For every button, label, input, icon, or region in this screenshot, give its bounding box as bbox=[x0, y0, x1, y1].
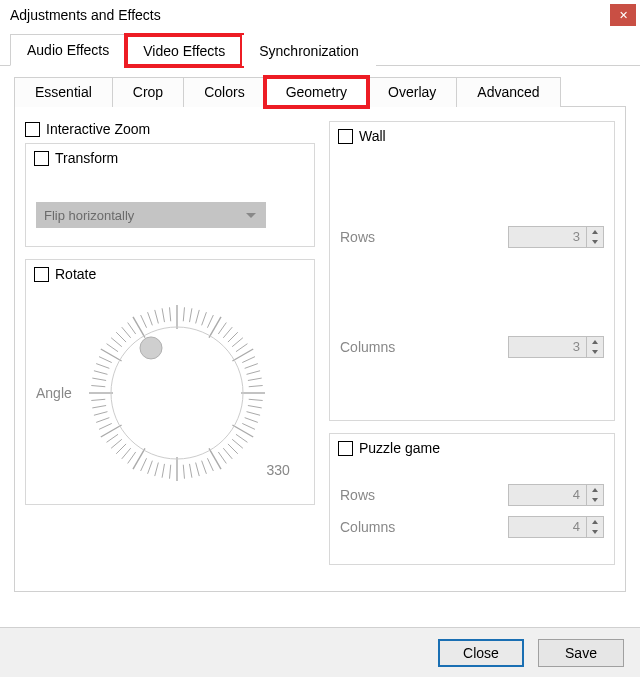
geometry-panel: Interactive Zoom Transform Flip horizont… bbox=[14, 107, 626, 592]
puzzle-rows-spinner[interactable]: 4 bbox=[508, 484, 604, 506]
svg-line-39 bbox=[155, 463, 159, 477]
svg-line-25 bbox=[236, 434, 247, 442]
svg-line-27 bbox=[228, 444, 238, 454]
chevron-up-icon[interactable] bbox=[587, 227, 603, 237]
svg-line-64 bbox=[122, 327, 131, 338]
wall-cols-value: 3 bbox=[509, 337, 586, 357]
subtab-essential[interactable]: Essential bbox=[14, 77, 113, 107]
main-tabstrip: Audio Effects Video Effects Synchronizat… bbox=[0, 30, 640, 66]
chevron-up-icon[interactable] bbox=[587, 517, 603, 527]
svg-line-71 bbox=[169, 307, 170, 321]
svg-line-52 bbox=[92, 406, 106, 408]
footer: Close Save bbox=[0, 627, 640, 677]
svg-line-20 bbox=[248, 406, 262, 408]
svg-line-10 bbox=[232, 338, 243, 347]
right-column: Wall Rows 3 bbox=[329, 121, 615, 577]
svg-line-26 bbox=[232, 439, 243, 448]
svg-line-14 bbox=[244, 364, 257, 369]
save-button[interactable]: Save bbox=[538, 639, 624, 667]
wall-label: Wall bbox=[359, 128, 386, 144]
svg-line-5 bbox=[207, 315, 213, 328]
wall-rows-spinner[interactable]: 3 bbox=[508, 226, 604, 248]
puzzle-cols-spinner[interactable]: 4 bbox=[508, 516, 604, 538]
subtab-geometry[interactable]: Geometry bbox=[265, 77, 368, 107]
rotate-checkbox[interactable] bbox=[34, 267, 49, 282]
svg-line-61 bbox=[106, 344, 117, 352]
spinner-arrows bbox=[586, 517, 603, 537]
svg-line-37 bbox=[169, 465, 170, 479]
svg-line-65 bbox=[127, 323, 135, 334]
svg-line-51 bbox=[94, 412, 108, 416]
rotate-group: Rotate Angle 330 bbox=[25, 259, 315, 505]
svg-line-62 bbox=[111, 338, 122, 347]
svg-line-68 bbox=[147, 312, 152, 325]
svg-line-22 bbox=[244, 418, 257, 423]
subtab-overlay[interactable]: Overlay bbox=[367, 77, 457, 107]
svg-line-45 bbox=[116, 444, 126, 454]
subtab-advanced[interactable]: Advanced bbox=[456, 77, 560, 107]
wall-checkbox[interactable] bbox=[338, 129, 353, 144]
close-button[interactable]: Close bbox=[438, 639, 524, 667]
svg-line-34 bbox=[189, 464, 191, 478]
chevron-down-icon[interactable] bbox=[587, 237, 603, 247]
spinner-arrows bbox=[586, 485, 603, 505]
wall-cols-spinner[interactable]: 3 bbox=[508, 336, 604, 358]
svg-line-7 bbox=[218, 323, 226, 334]
svg-line-41 bbox=[140, 458, 146, 471]
svg-line-47 bbox=[106, 434, 117, 442]
svg-point-72 bbox=[111, 327, 243, 459]
rotate-label: Rotate bbox=[55, 266, 96, 282]
wall-rows-label: Rows bbox=[340, 229, 508, 245]
transform-mode-value: Flip horizontally bbox=[44, 208, 134, 223]
sub-tabstrip: Essential Crop Colors Geometry Overlay A… bbox=[14, 76, 626, 107]
subtab-crop[interactable]: Crop bbox=[112, 77, 184, 107]
transform-mode-dropdown[interactable]: Flip horizontally bbox=[36, 202, 266, 228]
svg-line-50 bbox=[96, 418, 109, 423]
svg-line-9 bbox=[228, 332, 238, 342]
svg-line-4 bbox=[201, 312, 206, 325]
svg-line-57 bbox=[94, 371, 108, 375]
svg-line-58 bbox=[96, 364, 109, 369]
svg-line-17 bbox=[249, 386, 263, 387]
svg-line-69 bbox=[155, 310, 159, 324]
angle-dial[interactable]: 330 bbox=[82, 298, 272, 488]
chevron-up-icon[interactable] bbox=[587, 485, 603, 495]
svg-line-15 bbox=[246, 371, 260, 375]
svg-line-63 bbox=[116, 332, 126, 342]
titlebar: Adjustments and Effects ✕ bbox=[0, 0, 640, 30]
svg-line-40 bbox=[147, 461, 152, 474]
chevron-up-icon[interactable] bbox=[587, 337, 603, 347]
svg-line-2 bbox=[189, 308, 191, 322]
svg-line-70 bbox=[162, 308, 164, 322]
puzzle-label: Puzzle game bbox=[359, 440, 440, 456]
svg-line-38 bbox=[162, 464, 164, 478]
svg-line-56 bbox=[92, 378, 106, 380]
svg-line-67 bbox=[140, 315, 146, 328]
puzzle-checkbox[interactable] bbox=[338, 441, 353, 456]
chevron-down-icon[interactable] bbox=[587, 527, 603, 537]
close-icon: ✕ bbox=[619, 9, 628, 22]
window-close-button[interactable]: ✕ bbox=[610, 4, 636, 26]
transform-checkbox[interactable] bbox=[34, 151, 49, 166]
puzzle-cols-value: 4 bbox=[509, 517, 586, 537]
puzzle-group: Puzzle game Rows 4 Co bbox=[329, 433, 615, 565]
tab-synchronization[interactable]: Synchronization bbox=[242, 35, 376, 66]
interactive-zoom-checkbox[interactable] bbox=[25, 122, 40, 137]
subtab-colors[interactable]: Colors bbox=[183, 77, 265, 107]
tab-audio-effects[interactable]: Audio Effects bbox=[10, 34, 126, 66]
tab-video-effects[interactable]: Video Effects bbox=[126, 35, 242, 66]
svg-line-59 bbox=[99, 357, 112, 363]
window-title: Adjustments and Effects bbox=[10, 7, 161, 23]
svg-line-35 bbox=[183, 465, 184, 479]
puzzle-rows-label: Rows bbox=[340, 487, 508, 503]
chevron-down-icon[interactable] bbox=[587, 347, 603, 357]
chevron-down-icon[interactable] bbox=[587, 495, 603, 505]
svg-line-23 bbox=[242, 423, 255, 429]
wall-rows-value: 3 bbox=[509, 227, 586, 247]
svg-line-1 bbox=[183, 307, 184, 321]
spinner-arrows bbox=[586, 227, 603, 247]
svg-line-31 bbox=[207, 458, 213, 471]
svg-line-44 bbox=[122, 448, 131, 459]
angle-label: Angle bbox=[36, 385, 72, 401]
svg-line-28 bbox=[223, 448, 232, 459]
